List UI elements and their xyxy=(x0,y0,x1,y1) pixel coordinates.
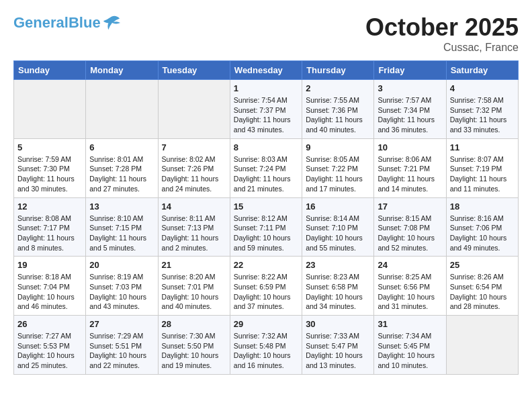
weekday-header: Monday xyxy=(86,61,158,80)
day-number: 31 xyxy=(378,319,442,329)
day-info: Sunrise: 8:18 AM Sunset: 7:04 PM Dayligh… xyxy=(17,272,82,312)
day-number: 13 xyxy=(89,201,154,212)
weekday-header: Sunday xyxy=(14,61,86,80)
calendar-cell xyxy=(86,80,158,139)
calendar-header-row: SundayMondayTuesdayWednesdayThursdayFrid… xyxy=(14,61,519,80)
calendar-cell: 31Sunrise: 7:34 AM Sunset: 5:45 PM Dayli… xyxy=(374,316,446,375)
day-number: 8 xyxy=(234,142,298,152)
calendar-cell xyxy=(14,80,86,139)
calendar-week-row: 19Sunrise: 8:18 AM Sunset: 7:04 PM Dayli… xyxy=(14,257,519,316)
day-number: 2 xyxy=(306,83,370,93)
day-info: Sunrise: 7:59 AM Sunset: 7:30 PM Dayligh… xyxy=(17,154,82,194)
logo-text: GeneralBlue xyxy=(13,15,101,31)
calendar-cell: 5Sunrise: 7:59 AM Sunset: 7:30 PM Daylig… xyxy=(14,138,86,197)
calendar-cell: 21Sunrise: 8:20 AM Sunset: 7:01 PM Dayli… xyxy=(158,257,230,316)
calendar-cell: 15Sunrise: 8:12 AM Sunset: 7:11 PM Dayli… xyxy=(230,197,302,257)
calendar-cell: 16Sunrise: 8:14 AM Sunset: 7:10 PM Dayli… xyxy=(302,197,374,257)
day-number: 24 xyxy=(378,260,442,270)
day-number: 10 xyxy=(378,142,442,152)
calendar-cell: 13Sunrise: 8:10 AM Sunset: 7:15 PM Dayli… xyxy=(86,197,158,257)
title-block: October 2025 Cussac, France xyxy=(365,13,519,54)
day-info: Sunrise: 7:33 AM Sunset: 5:47 PM Dayligh… xyxy=(306,331,370,371)
day-info: Sunrise: 8:15 AM Sunset: 7:08 PM Dayligh… xyxy=(378,214,442,253)
day-info: Sunrise: 7:34 AM Sunset: 5:45 PM Dayligh… xyxy=(378,331,442,371)
calendar-cell: 14Sunrise: 8:11 AM Sunset: 7:13 PM Dayli… xyxy=(158,197,230,257)
day-number: 21 xyxy=(162,260,226,270)
day-info: Sunrise: 8:19 AM Sunset: 7:03 PM Dayligh… xyxy=(89,272,154,312)
day-info: Sunrise: 8:25 AM Sunset: 6:56 PM Dayligh… xyxy=(378,272,442,312)
calendar-cell: 27Sunrise: 7:29 AM Sunset: 5:51 PM Dayli… xyxy=(86,316,158,375)
calendar-cell: 3Sunrise: 7:57 AM Sunset: 7:34 PM Daylig… xyxy=(374,80,446,139)
day-info: Sunrise: 7:30 AM Sunset: 5:50 PM Dayligh… xyxy=(162,331,226,371)
calendar-cell: 2Sunrise: 7:55 AM Sunset: 7:36 PM Daylig… xyxy=(302,80,374,139)
day-number: 25 xyxy=(450,260,515,270)
calendar-table: SundayMondayTuesdayWednesdayThursdayFrid… xyxy=(13,60,519,375)
day-info: Sunrise: 8:12 AM Sunset: 7:11 PM Dayligh… xyxy=(234,214,298,253)
day-info: Sunrise: 8:10 AM Sunset: 7:15 PM Dayligh… xyxy=(89,214,154,253)
day-number: 30 xyxy=(306,319,370,329)
calendar-cell: 25Sunrise: 8:26 AM Sunset: 6:54 PM Dayli… xyxy=(446,257,518,316)
calendar-cell: 8Sunrise: 8:03 AM Sunset: 7:24 PM Daylig… xyxy=(230,138,302,197)
day-info: Sunrise: 8:06 AM Sunset: 7:21 PM Dayligh… xyxy=(378,154,442,194)
day-info: Sunrise: 8:20 AM Sunset: 7:01 PM Dayligh… xyxy=(162,272,226,312)
weekday-header: Saturday xyxy=(446,61,518,80)
calendar-cell: 29Sunrise: 7:32 AM Sunset: 5:48 PM Dayli… xyxy=(230,316,302,375)
day-info: Sunrise: 7:54 AM Sunset: 7:37 PM Dayligh… xyxy=(234,95,298,135)
day-info: Sunrise: 8:01 AM Sunset: 7:28 PM Dayligh… xyxy=(89,154,154,194)
calendar-cell: 28Sunrise: 7:30 AM Sunset: 5:50 PM Dayli… xyxy=(158,316,230,375)
day-info: Sunrise: 8:14 AM Sunset: 7:10 PM Dayligh… xyxy=(306,214,370,253)
calendar-cell: 9Sunrise: 8:05 AM Sunset: 7:22 PM Daylig… xyxy=(302,138,374,197)
day-number: 7 xyxy=(162,142,226,152)
day-info: Sunrise: 7:58 AM Sunset: 7:32 PM Dayligh… xyxy=(450,95,515,135)
day-number: 14 xyxy=(162,201,226,212)
location: Cussac, France xyxy=(365,42,519,54)
day-info: Sunrise: 8:05 AM Sunset: 7:22 PM Dayligh… xyxy=(306,154,370,194)
day-number: 5 xyxy=(17,142,82,152)
day-number: 28 xyxy=(162,319,226,329)
calendar-cell: 18Sunrise: 8:16 AM Sunset: 7:06 PM Dayli… xyxy=(446,197,518,257)
day-info: Sunrise: 8:22 AM Sunset: 6:59 PM Dayligh… xyxy=(234,272,298,312)
day-info: Sunrise: 8:16 AM Sunset: 7:06 PM Dayligh… xyxy=(450,214,515,253)
day-number: 3 xyxy=(378,83,442,93)
day-number: 15 xyxy=(234,201,298,212)
calendar-week-row: 26Sunrise: 7:27 AM Sunset: 5:53 PM Dayli… xyxy=(14,316,519,375)
weekday-header: Friday xyxy=(374,61,446,80)
calendar-cell xyxy=(446,316,518,375)
calendar-cell: 20Sunrise: 8:19 AM Sunset: 7:03 PM Dayli… xyxy=(86,257,158,316)
calendar-cell: 6Sunrise: 8:01 AM Sunset: 7:28 PM Daylig… xyxy=(86,138,158,197)
logo-bird-icon xyxy=(102,13,121,32)
day-info: Sunrise: 7:32 AM Sunset: 5:48 PM Dayligh… xyxy=(234,331,298,371)
calendar-cell: 11Sunrise: 8:07 AM Sunset: 7:19 PM Dayli… xyxy=(446,138,518,197)
day-number: 20 xyxy=(89,260,154,270)
day-number: 18 xyxy=(450,201,515,212)
calendar-cell: 10Sunrise: 8:06 AM Sunset: 7:21 PM Dayli… xyxy=(374,138,446,197)
calendar-week-row: 12Sunrise: 8:08 AM Sunset: 7:17 PM Dayli… xyxy=(14,197,519,257)
logo: GeneralBlue xyxy=(13,13,121,32)
weekday-header: Wednesday xyxy=(230,61,302,80)
calendar-cell: 26Sunrise: 7:27 AM Sunset: 5:53 PM Dayli… xyxy=(14,316,86,375)
calendar-cell: 12Sunrise: 8:08 AM Sunset: 7:17 PM Dayli… xyxy=(14,197,86,257)
calendar-cell: 4Sunrise: 7:58 AM Sunset: 7:32 PM Daylig… xyxy=(446,80,518,139)
day-info: Sunrise: 7:29 AM Sunset: 5:51 PM Dayligh… xyxy=(89,331,154,371)
weekday-header: Thursday xyxy=(302,61,374,80)
day-info: Sunrise: 8:02 AM Sunset: 7:26 PM Dayligh… xyxy=(162,154,226,194)
page-header: GeneralBlue October 2025 Cussac, France xyxy=(13,13,519,54)
calendar-cell: 1Sunrise: 7:54 AM Sunset: 7:37 PM Daylig… xyxy=(230,80,302,139)
day-number: 1 xyxy=(234,83,298,93)
day-info: Sunrise: 7:57 AM Sunset: 7:34 PM Dayligh… xyxy=(378,95,442,135)
calendar-cell: 22Sunrise: 8:22 AM Sunset: 6:59 PM Dayli… xyxy=(230,257,302,316)
day-number: 6 xyxy=(89,142,154,152)
weekday-header: Tuesday xyxy=(158,61,230,80)
calendar-cell: 30Sunrise: 7:33 AM Sunset: 5:47 PM Dayli… xyxy=(302,316,374,375)
calendar-cell: 17Sunrise: 8:15 AM Sunset: 7:08 PM Dayli… xyxy=(374,197,446,257)
day-number: 4 xyxy=(450,83,515,93)
day-number: 23 xyxy=(306,260,370,270)
day-info: Sunrise: 7:55 AM Sunset: 7:36 PM Dayligh… xyxy=(306,95,370,135)
month-title: October 2025 xyxy=(365,13,519,42)
calendar-week-row: 5Sunrise: 7:59 AM Sunset: 7:30 PM Daylig… xyxy=(14,138,519,197)
day-number: 27 xyxy=(89,319,154,329)
day-number: 17 xyxy=(378,201,442,212)
day-info: Sunrise: 8:23 AM Sunset: 6:58 PM Dayligh… xyxy=(306,272,370,312)
day-info: Sunrise: 8:26 AM Sunset: 6:54 PM Dayligh… xyxy=(450,272,515,312)
calendar-cell xyxy=(158,80,230,139)
